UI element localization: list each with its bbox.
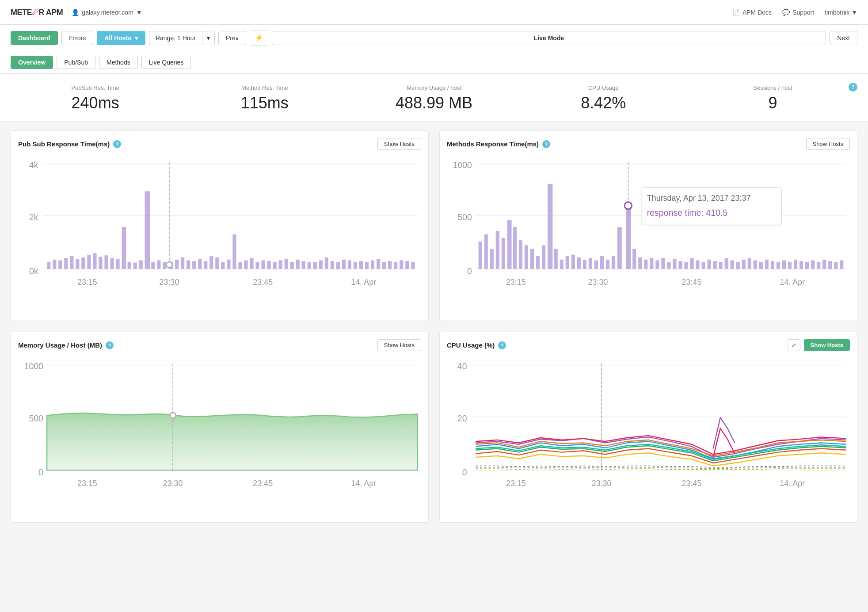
methods-help-icon[interactable]: ? bbox=[542, 140, 550, 148]
username: timbotnik bbox=[825, 9, 849, 16]
svg-rect-116 bbox=[678, 261, 682, 269]
svg-rect-68 bbox=[405, 261, 409, 269]
svg-rect-56 bbox=[336, 262, 340, 269]
svg-rect-101 bbox=[589, 258, 592, 269]
svg-text:23:30: 23:30 bbox=[592, 479, 612, 488]
method-stat: Method Res. Time 115ms bbox=[180, 84, 349, 112]
galaxy-selector[interactable]: 👤 galaxy.meteor.com ▼ bbox=[72, 9, 142, 16]
svg-point-161 bbox=[170, 413, 176, 418]
svg-rect-17 bbox=[110, 258, 114, 269]
memory-help-icon[interactable]: ? bbox=[106, 341, 114, 349]
cpu-show-hosts-button[interactable]: Show Hosts bbox=[804, 339, 850, 351]
svg-rect-135 bbox=[788, 262, 792, 269]
svg-text:23:45: 23:45 bbox=[253, 278, 273, 287]
svg-text:23:30: 23:30 bbox=[588, 278, 608, 287]
svg-rect-133 bbox=[777, 262, 780, 269]
svg-rect-43 bbox=[261, 260, 265, 269]
svg-rect-97 bbox=[566, 256, 569, 269]
svg-rect-35 bbox=[215, 257, 219, 269]
expand-button[interactable]: ⤢ bbox=[788, 339, 800, 351]
svg-rect-37 bbox=[227, 260, 230, 269]
svg-text:1000: 1000 bbox=[24, 362, 44, 371]
svg-rect-14 bbox=[93, 253, 96, 269]
header-right: 📄 APM Docs 💬 Support timbotnik ▼ bbox=[732, 9, 857, 16]
cpu-chart-card: CPU Usage (%) ? ⤢ Show Hosts 40 20 0 bbox=[439, 332, 857, 522]
cpu-chart-svg: 40 20 0 bbox=[447, 356, 850, 515]
svg-text:23:15: 23:15 bbox=[506, 278, 526, 287]
svg-rect-109 bbox=[638, 257, 642, 269]
svg-rect-142 bbox=[828, 261, 832, 269]
svg-rect-128 bbox=[748, 258, 751, 269]
svg-text:14. Apr: 14. Apr bbox=[351, 479, 376, 488]
methods-tab[interactable]: Methods bbox=[99, 56, 138, 69]
cpu-stat: CPU Usage 8.42% bbox=[519, 84, 688, 112]
svg-rect-54 bbox=[325, 257, 328, 269]
dashboard-button[interactable]: Dashboard bbox=[11, 31, 58, 45]
range-arrow[interactable]: ▾ bbox=[202, 31, 214, 45]
svg-rect-127 bbox=[742, 260, 746, 269]
live-mode-button[interactable]: Live Mode bbox=[272, 31, 826, 45]
svg-rect-47 bbox=[285, 259, 288, 269]
svg-rect-18 bbox=[116, 259, 119, 269]
methods-chart: 1000 500 0 bbox=[447, 155, 850, 314]
stats-help-icon[interactable]: ? bbox=[849, 83, 857, 92]
pubsub-tab[interactable]: Pub/Sub bbox=[57, 56, 95, 69]
header-left: METE☄R APM 👤 galaxy.meteor.com ▼ bbox=[11, 8, 142, 17]
svg-rect-112 bbox=[655, 260, 659, 269]
svg-rect-140 bbox=[817, 262, 820, 269]
svg-rect-28 bbox=[175, 260, 179, 269]
range-selector[interactable]: Range: 1 Hour ▾ bbox=[149, 31, 215, 45]
svg-rect-96 bbox=[560, 260, 563, 269]
svg-rect-42 bbox=[255, 262, 259, 269]
pubsub-show-hosts-button[interactable]: Show Hosts bbox=[377, 138, 421, 150]
svg-rect-58 bbox=[348, 260, 351, 269]
svg-rect-39 bbox=[238, 262, 242, 269]
lightning-icon[interactable]: ⚡ bbox=[250, 30, 268, 46]
apm-docs-link[interactable]: 📄 APM Docs bbox=[732, 9, 772, 16]
sessions-stat: Sessions / host 9 bbox=[688, 84, 857, 112]
support-link[interactable]: 💬 Support bbox=[782, 9, 814, 16]
svg-text:response time: 410.5: response time: 410.5 bbox=[647, 208, 728, 218]
svg-rect-94 bbox=[548, 184, 552, 269]
svg-rect-63 bbox=[377, 259, 380, 269]
subnav: Overview Pub/Sub Methods Live Queries bbox=[0, 51, 868, 74]
memory-stat: Memory Usage / host 488.99 MB bbox=[349, 84, 518, 112]
svg-rect-38 bbox=[232, 234, 236, 269]
overview-tab[interactable]: Overview bbox=[11, 56, 53, 69]
svg-text:0: 0 bbox=[462, 467, 467, 477]
user-menu[interactable]: timbotnik ▼ bbox=[825, 9, 857, 16]
cpu-chart: 40 20 0 bbox=[447, 356, 850, 515]
pubsub-chart-title: Pub Sub Response Time(ms) ? bbox=[18, 140, 121, 148]
svg-point-71 bbox=[166, 262, 172, 268]
svg-rect-111 bbox=[650, 258, 653, 269]
svg-rect-61 bbox=[365, 262, 369, 269]
methods-show-hosts-button[interactable]: Show Hosts bbox=[806, 138, 850, 150]
svg-rect-23 bbox=[145, 191, 150, 269]
pubsub-help-icon[interactable]: ? bbox=[113, 140, 121, 148]
cpu-help-icon[interactable]: ? bbox=[498, 341, 506, 349]
svg-rect-92 bbox=[536, 256, 540, 269]
svg-text:1000: 1000 bbox=[453, 160, 472, 170]
all-hosts-button[interactable]: All Hosts ▾ bbox=[97, 31, 145, 45]
svg-rect-7 bbox=[53, 260, 56, 269]
docs-icon: 📄 bbox=[732, 9, 740, 16]
methods-chart-header: Methods Response Time(ms) ? Show Hosts bbox=[447, 138, 850, 150]
svg-rect-26 bbox=[163, 262, 166, 269]
live-queries-tab[interactable]: Live Queries bbox=[141, 56, 191, 69]
svg-text:500: 500 bbox=[457, 212, 472, 222]
errors-button[interactable]: Errors bbox=[61, 31, 93, 45]
prev-button[interactable]: Prev bbox=[218, 31, 246, 45]
svg-rect-89 bbox=[519, 240, 522, 269]
svg-rect-90 bbox=[525, 245, 528, 269]
svg-rect-49 bbox=[296, 260, 300, 269]
svg-rect-6 bbox=[47, 262, 50, 269]
next-button[interactable]: Next bbox=[830, 31, 857, 45]
svg-rect-64 bbox=[382, 262, 386, 269]
svg-rect-44 bbox=[267, 261, 270, 269]
svg-text:14. Apr: 14. Apr bbox=[351, 278, 376, 287]
svg-text:23:15: 23:15 bbox=[77, 479, 97, 488]
memory-show-hosts-button[interactable]: Show Hosts bbox=[377, 339, 421, 351]
user-icon: 👤 bbox=[72, 9, 79, 16]
svg-rect-110 bbox=[644, 260, 647, 269]
svg-rect-99 bbox=[577, 257, 581, 269]
